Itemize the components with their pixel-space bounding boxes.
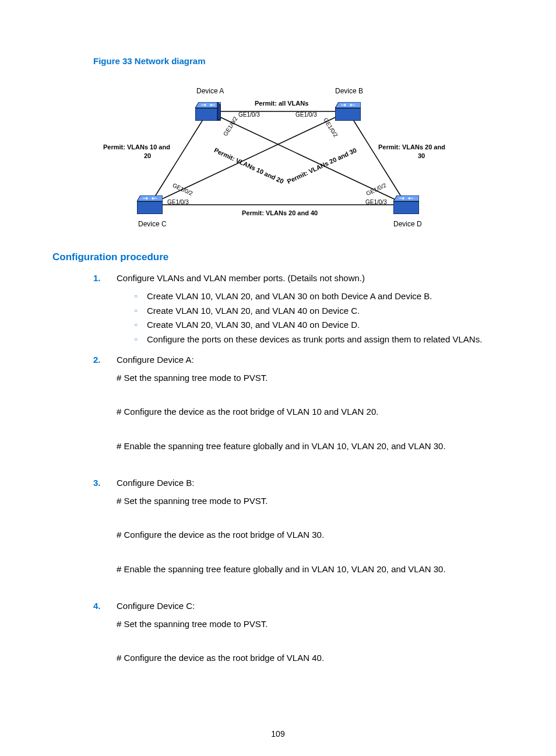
device-label-d: Device D (393, 220, 422, 228)
procedure-list: 1. Configure VLANs and VLAN member ports… (52, 271, 504, 666)
step-line: # Set the spanning tree mode to PVST. (117, 617, 504, 632)
port-label: GE1/0/3 (295, 111, 317, 118)
step-text: Configure Device A: (117, 355, 194, 365)
svg-rect-13 (393, 201, 419, 214)
edge-label: Permit: all VLANs (255, 100, 308, 107)
svg-marker-14 (393, 195, 419, 201)
port-label: GE1/0/3 (167, 199, 189, 205)
step-line: # Enable the spanning tree feature globa… (117, 562, 504, 577)
port-label: GE1/0/3 (365, 199, 387, 205)
list-item: 3. Configure Device B: # Set the spannin… (93, 476, 504, 593)
network-diagram: Device A Device B Device C Device D Perm… (115, 71, 441, 234)
list-item: 1. Configure VLANs and VLAN member ports… (93, 271, 504, 347)
sublist-item: Configure the ports on these devices as … (134, 332, 504, 347)
list-item: 4. Configure Device C: # Set the spannin… (93, 599, 504, 666)
step-line: # Configure the device as the root bridg… (117, 651, 504, 666)
step-number: 2. (93, 353, 101, 368)
edge-label: Permit: VLANs 20 and (378, 144, 445, 150)
sublist: Create VLAN 10, VLAN 20, and VLAN 30 on … (117, 289, 504, 347)
svg-marker-8 (217, 102, 221, 121)
step-number: 3. (93, 476, 101, 491)
edge-label: Permit: VLANs 10 and (103, 144, 170, 150)
switch-icon (137, 195, 163, 214)
step-line: # Enable the spanning tree feature globa… (117, 439, 504, 454)
svg-rect-6 (195, 108, 221, 121)
svg-rect-11 (137, 201, 163, 214)
edge-label: 20 (144, 152, 151, 159)
page-number: 109 (0, 729, 556, 738)
sublist-item: Create VLAN 10, VLAN 20, and VLAN 40 on … (134, 304, 504, 318)
figure-title: Figure 33 Network diagram (93, 56, 504, 66)
svg-marker-10 (335, 102, 361, 108)
section-heading: Configuration procedure (52, 251, 504, 263)
step-text: Configure Device C: (117, 601, 195, 611)
step-line: # Set the spanning tree mode to PVST. (117, 494, 504, 509)
switch-icon (335, 102, 361, 121)
step-line: # Set the spanning tree mode to PVST. (117, 371, 504, 386)
port-label: GE1/0/3 (238, 111, 260, 118)
svg-marker-12 (137, 195, 163, 201)
step-text: Configure VLANs and VLAN member ports. (… (117, 273, 365, 283)
sublist-item: Create VLAN 20, VLAN 30, and VLAN 40 on … (134, 318, 504, 332)
step-number: 4. (93, 599, 101, 614)
step-line: # Configure the device as the root bridg… (117, 405, 504, 419)
switch-icon (393, 195, 419, 214)
step-text: Configure Device B: (117, 478, 194, 488)
device-label-b: Device B (335, 87, 363, 95)
list-item: 2. Configure Device A: # Set the spannin… (93, 353, 504, 470)
sublist-item: Create VLAN 10, VLAN 20, and VLAN 30 on … (134, 289, 504, 304)
switch-icon (195, 102, 221, 121)
device-label-c: Device C (138, 220, 167, 228)
step-line: # Configure the device as the root bridg… (117, 528, 504, 542)
step-number: 1. (93, 271, 101, 286)
edge-label: 30 (418, 152, 425, 159)
edge-label: Permit: VLANs 20 and 40 (242, 209, 318, 216)
svg-rect-9 (335, 108, 361, 121)
svg-marker-7 (195, 102, 221, 108)
device-label-a: Device A (196, 87, 224, 95)
